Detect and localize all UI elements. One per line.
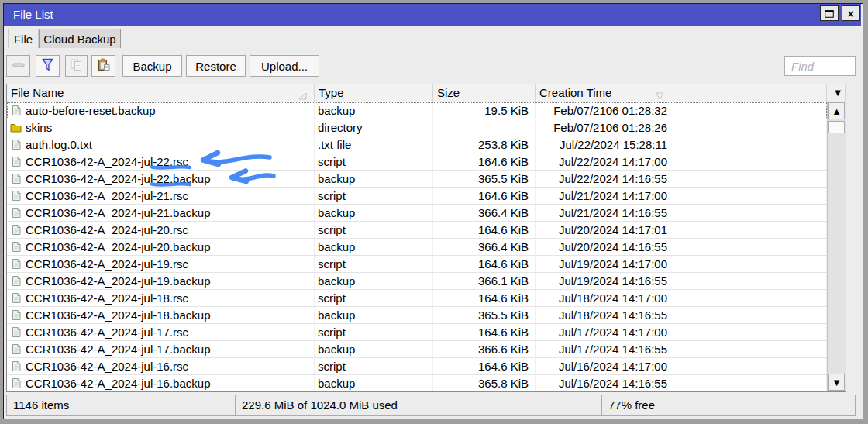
empty-cell bbox=[673, 341, 827, 357]
paste-button[interactable] bbox=[91, 55, 115, 77]
scroll-up-button[interactable]: ▲ bbox=[828, 102, 845, 119]
table-row[interactable]: CCR1036-42-A_2024-jul-20.rscscript164.6 … bbox=[7, 222, 827, 239]
file-size-cell: 164.6 KiB bbox=[433, 222, 536, 238]
column-header-size[interactable]: Size bbox=[433, 84, 536, 102]
table-row[interactable]: CCR1036-42-A_2024-jul-17.backupbackup366… bbox=[7, 341, 827, 358]
table-row[interactable]: CCR1036-42-A_2024-jul-16.backupbackup365… bbox=[7, 375, 827, 391]
file-type-cell: script bbox=[315, 290, 433, 306]
table-row[interactable]: CCR1036-42-A_2024-jul-16.rscscript164.6 … bbox=[7, 358, 827, 375]
file-icon bbox=[10, 241, 22, 253]
window-title: File List bbox=[13, 4, 53, 26]
file-icon bbox=[10, 309, 22, 321]
filter-button[interactable] bbox=[36, 55, 60, 77]
maximize-button[interactable] bbox=[820, 5, 839, 21]
scroll-down-button[interactable]: ▼ bbox=[828, 374, 845, 391]
table-row[interactable]: CCR1036-42-A_2024-jul-22.backupbackup365… bbox=[7, 171, 827, 188]
file-name-text: CCR1036-42-A_2024-jul-17.rsc bbox=[26, 324, 188, 340]
creation-time-cell: Jul/18/2024 14:16:55 bbox=[536, 307, 673, 323]
creation-time-cell: Jul/18/2024 14:17:00 bbox=[536, 290, 673, 306]
tab-file[interactable]: File bbox=[8, 29, 39, 48]
upload-button[interactable]: Upload... bbox=[250, 55, 319, 77]
column-select-button[interactable]: ▼ bbox=[827, 84, 846, 102]
creation-time-cell: Feb/07/2106 01:28:26 bbox=[536, 119, 673, 136]
creation-time-cell: Jul/17/2024 14:16:55 bbox=[536, 341, 673, 357]
file-name-cell: CCR1036-42-A_2024-jul-21.backup bbox=[7, 205, 315, 221]
file-icon bbox=[10, 326, 22, 338]
file-name-cell: CCR1036-42-A_2024-jul-20.backup bbox=[7, 239, 315, 255]
find-input[interactable] bbox=[784, 56, 856, 76]
table-row[interactable]: CCR1036-42-A_2024-jul-17.rscscript164.6 … bbox=[7, 324, 827, 341]
restore-button[interactable]: Restore bbox=[186, 55, 246, 77]
empty-cell bbox=[673, 256, 827, 272]
file-size-cell: 365.5 KiB bbox=[433, 307, 536, 323]
table-row[interactable]: auth.log.0.txt.txt file253.8 KiBJul/22/2… bbox=[7, 136, 827, 153]
creation-time-cell: Jul/20/2024 14:17:01 bbox=[536, 222, 673, 238]
file-size-cell: 366.6 KiB bbox=[433, 341, 536, 357]
file-type-cell: script bbox=[315, 256, 433, 272]
table-row[interactable]: CCR1036-42-A_2024-jul-20.backupbackup366… bbox=[7, 239, 827, 256]
file-icon bbox=[10, 360, 22, 372]
file-name-text: CCR1036-42-A_2024-jul-19.backup bbox=[26, 273, 210, 289]
minus-icon bbox=[12, 59, 25, 74]
table-row[interactable]: CCR1036-42-A_2024-jul-18.backupbackup365… bbox=[7, 307, 827, 324]
close-button[interactable]: × bbox=[842, 5, 860, 21]
file-name-cell: CCR1036-42-A_2024-jul-17.backup bbox=[7, 341, 315, 357]
file-type-cell: script bbox=[315, 358, 433, 374]
table-row[interactable]: CCR1036-42-A_2024-jul-21.rscscript164.6 … bbox=[7, 188, 827, 205]
file-icon bbox=[10, 343, 22, 355]
file-size-cell: 366.4 KiB bbox=[433, 205, 536, 221]
empty-cell bbox=[673, 102, 827, 119]
empty-cell bbox=[673, 136, 827, 153]
creation-time-cell: Jul/21/2024 14:17:00 bbox=[536, 188, 673, 204]
file-type-cell: backup bbox=[315, 307, 433, 323]
file-type-cell: .txt file bbox=[315, 136, 433, 153]
table-row[interactable]: CCR1036-42-A_2024-jul-21.backupbackup366… bbox=[7, 205, 827, 222]
table-row[interactable]: CCR1036-42-A_2024-jul-19.rscscript164.6 … bbox=[7, 256, 827, 273]
creation-time-cell: Jul/16/2024 14:17:00 bbox=[536, 358, 673, 374]
backup-button[interactable]: Backup bbox=[122, 55, 182, 77]
vertical-scrollbar[interactable]: ▲ ▼ bbox=[827, 102, 846, 391]
file-type-cell: backup bbox=[315, 375, 433, 391]
column-header-type[interactable]: Type bbox=[315, 84, 433, 102]
column-header-file-name[interactable]: File Name bbox=[7, 84, 315, 102]
scrollbar-thumb[interactable] bbox=[828, 121, 845, 133]
empty-cell bbox=[673, 375, 827, 391]
file-name-cell: CCR1036-42-A_2024-jul-16.rsc bbox=[7, 358, 315, 374]
file-icon bbox=[10, 139, 22, 150]
file-size-cell bbox=[433, 119, 536, 136]
copy-button[interactable] bbox=[65, 55, 88, 77]
file-size-cell: 164.6 KiB bbox=[433, 358, 536, 374]
file-name-cell: CCR1036-42-A_2024-jul-18.rsc bbox=[7, 290, 315, 306]
empty-cell bbox=[673, 324, 827, 340]
file-icon bbox=[10, 258, 22, 270]
status-items-count: 1146 items bbox=[6, 395, 236, 416]
creation-time-cell: Jul/19/2024 14:16:55 bbox=[536, 273, 673, 289]
file-name-text: auto-before-reset.backup bbox=[26, 102, 156, 119]
table-row[interactable]: CCR1036-42-A_2024-jul-22.rscscript164.6 … bbox=[7, 153, 827, 171]
file-type-cell: backup bbox=[315, 102, 433, 119]
file-name-text: CCR1036-42-A_2024-jul-19.rsc bbox=[26, 256, 188, 272]
creation-time-cell: Jul/20/2024 14:16:55 bbox=[536, 239, 673, 255]
file-size-cell: 365.5 KiB bbox=[433, 171, 536, 187]
column-header-empty bbox=[673, 84, 827, 102]
file-icon bbox=[10, 173, 22, 184]
tab-cloud-backup[interactable]: Cloud Backup bbox=[39, 29, 121, 48]
creation-time-cell: Jul/17/2024 14:17:00 bbox=[536, 324, 673, 340]
empty-cell bbox=[673, 358, 827, 374]
file-type-cell: backup bbox=[315, 205, 433, 221]
file-name-cell: auth.log.0.txt bbox=[7, 136, 315, 153]
file-type-cell: backup bbox=[315, 341, 433, 357]
table-row[interactable]: skinsdirectoryFeb/07/2106 01:28:26 bbox=[7, 119, 827, 136]
file-icon bbox=[10, 224, 22, 236]
file-name-cell: CCR1036-42-A_2024-jul-20.rsc bbox=[7, 222, 315, 238]
file-type-cell: script bbox=[315, 222, 433, 238]
remove-button[interactable] bbox=[6, 55, 30, 77]
file-type-cell: backup bbox=[315, 171, 433, 187]
title-bar[interactable]: File List bbox=[4, 4, 861, 26]
file-icon bbox=[10, 105, 22, 116]
file-name-text: CCR1036-42-A_2024-jul-20.backup bbox=[26, 239, 210, 255]
column-header-creation-time[interactable]: Creation Time bbox=[536, 84, 673, 102]
table-row[interactable]: CCR1036-42-A_2024-jul-18.rscscript164.6 … bbox=[7, 290, 827, 307]
table-row[interactable]: CCR1036-42-A_2024-jul-19.backupbackup366… bbox=[7, 273, 827, 290]
table-row[interactable]: auto-before-reset.backupbackup19.5 KiBFe… bbox=[7, 102, 827, 119]
